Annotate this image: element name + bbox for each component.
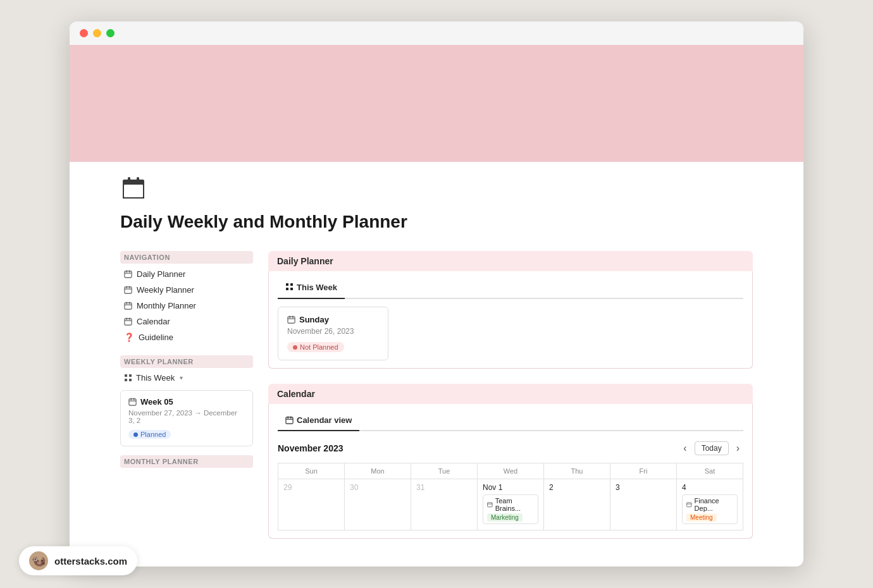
cal-header-fri: Fri — [610, 463, 677, 479]
meeting-badge: Meeting — [686, 513, 717, 522]
calendar-icon-day — [287, 315, 295, 324]
cal-month-title: November 2023 — [278, 443, 344, 453]
day-card-header: Sunday — [287, 315, 379, 324]
svg-rect-31 — [290, 283, 293, 286]
daily-planner-header: Daily Planner — [268, 251, 753, 271]
app-window: Daily Weekly and Monthly Planner Navigat… — [70, 21, 803, 567]
calendar-icon — [124, 270, 132, 278]
maximize-button[interactable] — [106, 29, 115, 37]
svg-rect-25 — [129, 379, 132, 381]
titlebar — [70, 21, 803, 45]
cal-event-finance[interactable]: Finance Dep... Meeting — [682, 494, 738, 524]
header-banner — [70, 45, 803, 162]
svg-rect-6 — [125, 271, 132, 278]
calendar-grid: Sun Mon Tue Wed Thu Fri Sat 29 — [278, 463, 743, 530]
weekly-planner-label: Weekly Planner — [137, 285, 194, 295]
day-card: Sunday November 26, 2023 Not Planned — [278, 307, 388, 361]
monthly-planner-label: Monthly Planner — [137, 301, 196, 310]
sidebar-item-guideline[interactable]: ❓ Guideline — [120, 329, 253, 345]
svg-rect-38 — [286, 417, 293, 424]
day-name: Sunday — [299, 315, 329, 324]
watermark-text: otterstacks.com — [54, 556, 127, 567]
not-planned-badge: Not Planned — [287, 342, 344, 352]
grid-icon-sidebar — [124, 374, 132, 382]
calendar-icon-cal — [124, 317, 132, 326]
cal-event-team[interactable]: Team Brains... Marketing — [483, 494, 538, 524]
weekly-section-label: Weekly Planner — [120, 355, 253, 368]
calendar-header: Calendar — [268, 384, 753, 404]
cal-cell-nov3[interactable]: 3 — [610, 479, 677, 530]
calendar-icon-weekly — [124, 286, 132, 294]
page-title: Daily Weekly and Monthly Planner — [120, 212, 753, 232]
event-calendar-icon — [487, 501, 493, 508]
sidebar-item-calendar[interactable]: Calendar — [120, 314, 253, 329]
cal-header-wed: Wed — [478, 463, 544, 479]
main-panel: Daily Planner — [268, 251, 753, 554]
svg-rect-24 — [125, 379, 127, 381]
sidebar-weekly-section: Weekly Planner This Week — [120, 355, 253, 446]
guideline-label: Guideline — [139, 333, 173, 342]
marketing-badge: Marketing — [487, 513, 523, 522]
cal-header-sun: Sun — [278, 463, 345, 479]
cal-cell-29[interactable]: 29 — [278, 479, 345, 530]
cal-nav-group: ‹ Today › — [679, 441, 743, 455]
calendar-body: Calendar view November 2023 ‹ Today › — [268, 404, 753, 539]
week-card-date: November 27, 2023 → December 3, 2 — [128, 409, 245, 424]
svg-rect-10 — [125, 287, 132, 293]
cal-date-29: 29 — [283, 483, 339, 492]
week-card[interactable]: Week 05 November 27, 2023 → December 3, … — [120, 390, 253, 446]
svg-rect-26 — [129, 399, 136, 405]
cal-today-button[interactable]: Today — [695, 441, 729, 455]
sidebar-item-daily[interactable]: Daily Planner — [120, 266, 253, 282]
svg-rect-23 — [129, 374, 132, 377]
calendar-view-icon — [285, 416, 294, 424]
close-button[interactable] — [80, 29, 88, 37]
cal-cell-nov1[interactable]: Nov 1 Team Brains... — [478, 479, 544, 530]
daily-planner-body: This Week — [268, 271, 753, 369]
calendar-view-label: Calendar view — [297, 415, 352, 425]
sidebar-this-week-filter[interactable]: This Week ▾ — [120, 371, 253, 385]
navigation-section-label: Navigation — [120, 251, 253, 264]
cal-header-mon: Mon — [345, 463, 411, 479]
this-week-label: This Week — [136, 373, 175, 383]
cal-cell-nov2[interactable]: 2 — [544, 479, 610, 530]
cal-date-30: 30 — [350, 483, 406, 492]
svg-rect-30 — [286, 283, 288, 286]
sidebar-item-weekly[interactable]: Weekly Planner — [120, 282, 253, 298]
monthly-section-label: Monthly Planner — [120, 455, 253, 468]
cal-header-row: November 2023 ‹ Today › — [278, 439, 743, 463]
cal-header-thu: Thu — [544, 463, 610, 479]
minimize-button[interactable] — [93, 29, 101, 37]
watermark: 🦦 otterstacks.com — [19, 546, 137, 575]
tab-this-week[interactable]: This Week — [278, 279, 345, 299]
planned-badge: Planned — [128, 430, 171, 439]
svg-rect-18 — [125, 319, 132, 325]
cal-date-nov4: 4 — [682, 483, 738, 492]
question-icon: ❓ — [124, 333, 134, 342]
daily-planner-section: Daily Planner — [268, 251, 753, 369]
svg-rect-44 — [687, 503, 691, 507]
cal-cell-30[interactable]: 30 — [345, 479, 411, 530]
calendar-label: Calendar — [137, 317, 170, 326]
sidebar-item-monthly[interactable]: Monthly Planner — [120, 298, 253, 314]
calendar-tab-row: Calendar view — [278, 412, 743, 431]
svg-rect-34 — [288, 317, 295, 323]
badge-dot — [133, 432, 138, 437]
svg-rect-33 — [290, 288, 293, 290]
cal-date-nov3: 3 — [616, 483, 671, 492]
cal-cell-nov4[interactable]: 4 Finance Dep... — [677, 479, 743, 530]
cal-cell-31[interactable]: 31 — [411, 479, 478, 530]
sidebar: Navigation Daily Planner — [120, 251, 253, 554]
cal-next-button[interactable]: › — [733, 441, 743, 455]
calendar-section: Calendar — [268, 384, 753, 539]
cal-event-finance-title: Finance Dep... — [686, 497, 733, 512]
svg-rect-32 — [286, 288, 288, 290]
cal-prev-button[interactable]: ‹ — [679, 441, 690, 455]
page-icon — [120, 175, 753, 207]
tab-calendar-view[interactable]: Calendar view — [278, 412, 359, 431]
this-week-tab-label: This Week — [297, 283, 337, 292]
svg-rect-42 — [488, 503, 492, 507]
day-card-date: November 26, 2023 — [287, 327, 379, 336]
event-calendar-icon-2 — [686, 501, 692, 508]
two-col-layout: Navigation Daily Planner — [70, 251, 803, 554]
